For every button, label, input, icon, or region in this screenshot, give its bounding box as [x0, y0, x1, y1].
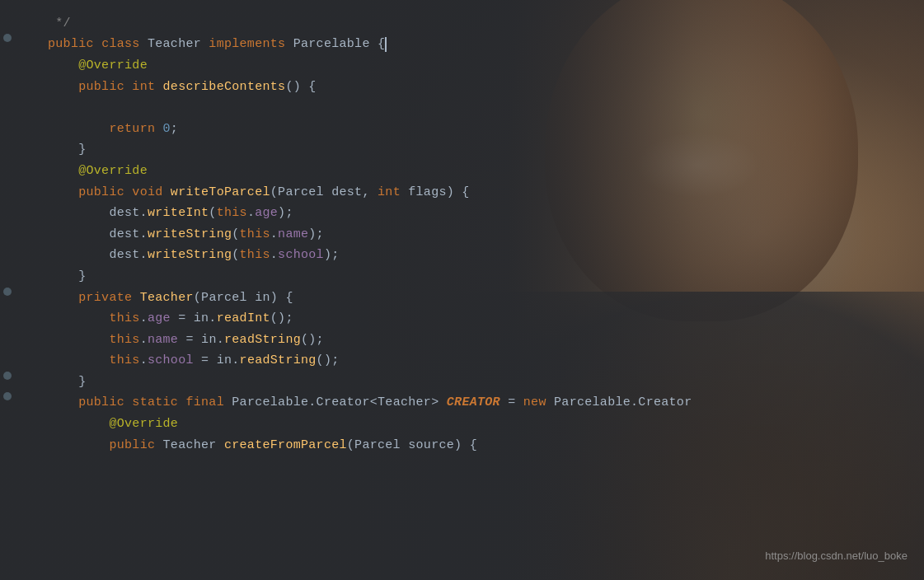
code-token: dest.: [48, 203, 148, 223]
svg-point-2: [3, 372, 12, 380]
code-token: );: [324, 246, 340, 265]
code-token: Teacher: [163, 436, 224, 456]
code-token: void: [132, 183, 171, 203]
code-token: [48, 77, 78, 97]
code-token: Parcel: [278, 183, 324, 203]
gutter-16: [0, 323, 15, 344]
code-token: @Override: [109, 414, 178, 434]
code-token: {: [378, 35, 385, 54]
code-token: writeInt: [148, 203, 209, 223]
code-line-3: @Override: [48, 55, 908, 77]
code-token: >: [431, 393, 447, 413]
code-line-19: public static final Parcelable.Creator<T…: [48, 393, 908, 414]
code-line-10: dest.writeInt(this.age);: [48, 203, 908, 224]
code-token: ();: [301, 330, 324, 350]
code-token: [48, 98, 55, 118]
code-token: );: [308, 225, 324, 245]
code-token: .: [247, 203, 255, 223]
code-token: (: [347, 436, 354, 456]
code-token: ();: [270, 309, 293, 329]
code-token: (: [232, 225, 239, 245]
gutter-18: [0, 365, 15, 386]
code-token: = in.: [171, 309, 217, 329]
code-line-20: @Override: [48, 414, 908, 435]
code-token: age: [148, 309, 171, 329]
gutter-5: [0, 91, 15, 112]
code-token: );: [278, 203, 293, 223]
code-token: =: [500, 393, 523, 413]
gutter-9: [0, 175, 15, 197]
code-line-6: return 0;: [48, 119, 908, 140]
code-line-1: */: [48, 13, 908, 35]
code-token: .: [308, 393, 316, 413]
code-token: [48, 414, 109, 434]
code-line-4: public int describeContents() {: [48, 77, 908, 98]
gutter-10: [0, 196, 15, 218]
code-token: public: [78, 393, 132, 413]
gutter-3: [0, 49, 15, 70]
gutter-15: [0, 302, 15, 323]
gutter-12: [0, 239, 15, 260]
code-token: describeContents: [163, 77, 286, 97]
line-gutter: [0, 0, 40, 580]
svg-point-3: [3, 392, 12, 400]
code-token: Parcelable: [554, 393, 631, 413]
code-token: [48, 393, 78, 413]
code-token: static: [132, 393, 185, 413]
code-line-2: public class Teacher implements Parcelab…: [48, 35, 908, 56]
code-token: }: [78, 267, 86, 287]
code-token: int: [132, 77, 162, 97]
code-token: .: [140, 309, 148, 329]
gutter-7: [0, 133, 15, 155]
code-token: dest,: [324, 183, 378, 203]
code-token: ();: [317, 351, 340, 371]
svg-point-0: [3, 34, 12, 42]
gutter-2: [0, 28, 15, 49]
code-token: this: [240, 246, 270, 265]
gutter-14: [0, 281, 15, 302]
code-token: writeString: [148, 225, 232, 245]
code-token: .: [270, 225, 278, 245]
code-token: [48, 140, 78, 160]
code-token: = in.: [178, 330, 224, 350]
code-token: <: [370, 393, 378, 413]
code-token: Teacher: [148, 35, 209, 54]
code-token: Creator: [317, 393, 370, 413]
code-token: name: [148, 330, 178, 350]
code-token: private: [78, 288, 139, 308]
code-token: [48, 436, 109, 456]
code-token: [48, 267, 78, 287]
code-token: [48, 351, 109, 371]
watermark: https://blog.csdn.net/luo_boke: [765, 548, 908, 565]
code-token: [48, 309, 109, 329]
code-token: [48, 330, 109, 350]
code-token: Parcelable: [232, 393, 308, 413]
code-token: return: [109, 119, 162, 139]
gutter-13: [0, 260, 15, 281]
code-token: .: [270, 246, 278, 265]
gutter-19: [0, 386, 15, 408]
gutter-20: [0, 407, 15, 428]
code-token: readInt: [217, 309, 270, 329]
code-line-15: this.age = in.readInt();: [48, 308, 908, 330]
code-token: public: [109, 436, 162, 456]
code-line-8: @Override: [48, 161, 908, 182]
gutter-11: [0, 218, 15, 239]
code-token: Parcelable: [293, 35, 378, 54]
code-token: implements: [209, 35, 293, 54]
code-token: school: [148, 351, 194, 371]
code-token: [48, 161, 78, 181]
code-token: readString: [240, 351, 317, 371]
code-token: () {: [285, 77, 316, 97]
code-token: [48, 119, 109, 139]
code-token: (: [209, 203, 216, 223]
gutter-8: [0, 154, 15, 175]
code-token: this: [109, 330, 139, 350]
code-token: Creator: [638, 393, 692, 413]
code-token: in) {: [247, 288, 293, 308]
code-token: name: [278, 225, 308, 245]
code-lines: */ public class Teacher implements Parce…: [41, 7, 924, 462]
svg-point-1: [3, 288, 12, 296]
gutter-6: [0, 112, 15, 133]
code-token: [48, 372, 78, 392]
